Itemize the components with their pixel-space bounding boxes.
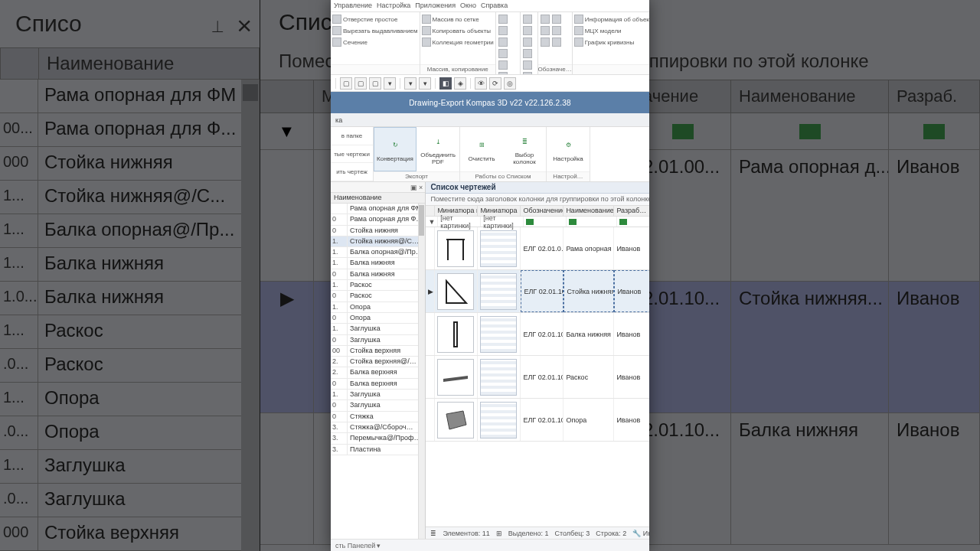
left-panel[interactable]: ▣× Наименование Рама опорная для ФМ0Рама… [331,182,426,539]
big-button[interactable]: ⊞Очистить [460,127,503,171]
left-stack[interactable]: в папкетые чертежиить чертеж [331,127,374,181]
list-item[interactable]: 1.Балка нижняя [331,258,425,269]
ribbon-icon[interactable] [541,37,550,47]
list-item[interactable]: 1.Заглушка [331,324,425,334]
ribbon-icon[interactable] [498,49,508,58]
panel-footer[interactable]: сть Панелей ▾ [331,539,649,551]
qb-icon[interactable]: ◧ [439,77,452,90]
qb-icon[interactable]: ▾ [384,77,396,90]
ribbon-icon[interactable] [523,60,532,70]
list-item[interactable]: 0Опора [331,313,425,324]
rp-body[interactable]: ЕЛГ 02.01.0…Рама опорная д…Иванов▶ЕЛГ 02… [426,227,649,527]
table-row[interactable]: ЕЛГ 02.01.10…РаскосИванов [426,356,649,399]
table-row[interactable]: ЕЛГ 02.01.10…Балка нижняяИванов [426,313,649,356]
list-item[interactable]: 0Балка нижняя [331,269,425,280]
list-item[interactable]: 0Раскос [331,291,425,302]
list-item[interactable]: 00Стойка верхняя [331,346,425,357]
quick-toolbar[interactable]: ▢ ▢ ▢ ▾ ▾ ▾ ◧ ◈ 👁 ⟳ ◎ [331,75,649,92]
big-button[interactable]: ↻Конвертация [374,127,416,171]
col-header[interactable]: Наименование [564,206,614,216]
ribbon-icon[interactable] [552,26,561,35]
ribbon-icon[interactable] [552,37,561,47]
list-item[interactable]: 1.Раскос [331,280,425,291]
ribbon-item-icon[interactable] [332,15,341,24]
excel-icon[interactable] [569,219,577,225]
ribbon-icon[interactable] [498,37,508,47]
ribbon-icon[interactable] [541,26,550,35]
qb-icon[interactable]: ◈ [454,77,466,90]
big-button[interactable]: ⚙Настройка [547,127,590,171]
qb-icon[interactable]: 👁 [475,77,487,90]
big-button[interactable]: ⤓Объединить PDF [416,127,459,171]
ribbon-icon[interactable] [523,15,532,24]
big-button[interactable]: ≣Выбор колонок [503,127,546,171]
left-stack-item[interactable]: тые чертежи [331,145,373,164]
menubar[interactable]: УправлениеНастройкаПриложенияОкноСправка [331,0,649,12]
ribbon[interactable]: Отверстие простоеВырезать выдавливаниемС… [331,12,649,75]
menu-item[interactable]: Приложения [415,2,456,10]
list-item[interactable]: Рама опорная для ФМ [331,204,425,214]
list-item[interactable]: 0Стяжка [331,412,425,422]
list-item[interactable]: 1.Заглушка [331,390,425,400]
list-item[interactable]: 0Балка верхняя [331,379,425,390]
ribbon-item-icon[interactable] [332,26,341,35]
excel-icon[interactable] [619,219,627,225]
ribbon-icon[interactable] [541,15,550,24]
table-row[interactable]: ЕЛГ 02.01.0…Рама опорная д…Иванов [426,227,649,270]
col-header[interactable] [426,206,435,216]
ribbon-icon[interactable] [498,26,508,35]
qb-icon[interactable]: ▢ [354,77,367,90]
list-item[interactable]: 2.Балка верхняя [331,367,425,378]
table-row[interactable]: ▶ЕЛГ 02.01.10…Стойка нижняя…Иванов [426,270,649,313]
table-row[interactable]: ЕЛГ 02.01.10…ОпораИванов [426,399,649,442]
ribbon-item-icon[interactable] [332,37,341,47]
list-item[interactable]: 3.Перемычка@/Проф… [331,433,425,444]
rp-filter[interactable]: ▼[нет картинки][нет картинки] [426,217,649,227]
ribbon-item-icon[interactable] [422,15,431,24]
ribbon-icon[interactable] [523,49,532,58]
menu-item[interactable]: Справка [481,2,508,10]
list-item[interactable]: 0Рама опорная для Ф… [331,214,425,225]
ribbon-item-icon[interactable] [422,26,431,35]
sub-tabstrip[interactable]: ка [331,113,649,127]
left-stack-item[interactable]: ить чертеж [331,163,373,181]
ribbon-icon[interactable] [498,60,508,70]
list-item[interactable]: 1.Стойка нижняя@/С… [331,236,425,247]
qb-icon[interactable]: ▢ [340,77,352,90]
qb-icon[interactable]: ▾ [419,77,431,90]
qb-icon[interactable]: ◎ [504,77,516,90]
ribbon-icon[interactable] [498,15,508,24]
menu-item[interactable]: Управление [334,2,372,10]
ribbon-item-icon[interactable] [422,37,431,47]
panel-close-icon[interactable]: × [419,184,423,191]
list-item[interactable]: 3.Стяжка@/Сбороч… [331,422,425,433]
left-stack-item[interactable]: в папке [331,127,373,145]
ribbon-item-icon[interactable] [574,26,583,35]
ribbon-icon[interactable] [523,37,532,47]
chevron-down-icon[interactable]: ▾ [377,542,381,549]
qb-icon[interactable]: ▾ [404,77,416,90]
list-item[interactable]: 1.Опора [331,302,425,313]
col-header[interactable]: Разраб… [614,206,649,216]
right-panel[interactable]: Список чертежей Поместите сюда заголовок… [426,182,649,539]
qb-icon[interactable]: ▢ [369,77,381,90]
ribbon-icon[interactable] [523,26,532,35]
ribbon-item-icon[interactable] [574,37,583,47]
menu-item[interactable]: Настройка [377,2,410,10]
list-item[interactable]: 2.Стойка верхняя@/… [331,357,425,367]
menu-item[interactable]: Окно [460,2,476,10]
list-item[interactable]: 3.Пластина [331,445,425,455]
list-item[interactable]: 1.Балка опорная@/Пр… [331,247,425,258]
ribbon-item-icon[interactable] [574,15,583,24]
ribbon-icon[interactable] [552,15,561,24]
list-item[interactable]: 0Заглушка [331,400,425,411]
rp-hint: Поместите сюда заголовок колонки для гру… [426,194,649,206]
excel-icon[interactable] [526,219,534,225]
panel-pin-icon[interactable]: ▣ [410,184,417,191]
list-item[interactable]: 0Стойка нижняя [331,226,425,236]
lp-col-header[interactable]: Наименование [331,193,425,204]
col-header[interactable]: Обозначение [521,206,564,216]
list-item[interactable]: 0Заглушка [331,335,425,346]
big-ribbon[interactable]: в папкетые чертежиить чертеж ↻Конвертаци… [331,127,649,182]
qb-icon[interactable]: ⟳ [489,77,501,90]
